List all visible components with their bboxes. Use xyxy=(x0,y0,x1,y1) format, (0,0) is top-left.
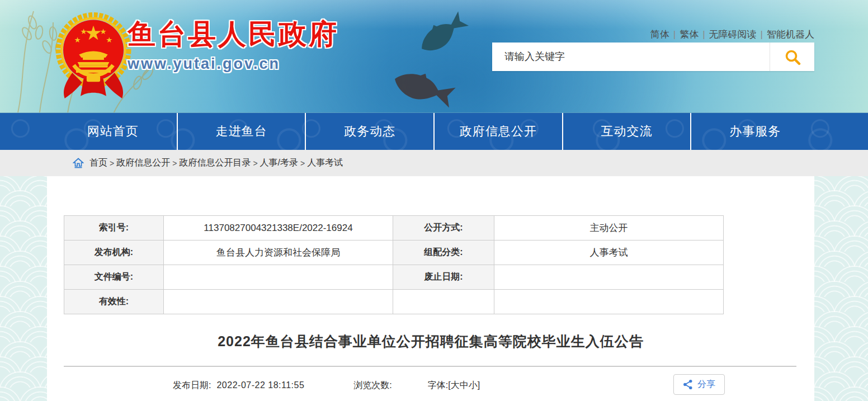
site-title: 鱼台县人民政府 xyxy=(128,19,339,50)
nav-item-home[interactable]: 网站首页 xyxy=(49,113,177,150)
nav-item-label: 政务动态 xyxy=(344,123,395,140)
table-row: 文件编号: 废止日期: xyxy=(64,265,724,290)
link-separator: | xyxy=(699,29,709,40)
disclosure-method-label: 公开方式: xyxy=(393,216,494,240)
link-separator: | xyxy=(757,29,767,40)
nav-item-government-news[interactable]: 政务动态 xyxy=(305,113,433,150)
link-simplified-chinese[interactable]: 简体 xyxy=(650,29,669,40)
search-input[interactable] xyxy=(492,43,770,71)
svg-text:★: ★ xyxy=(80,27,87,36)
utility-links: 简体|繁体|无障碍阅读|智能机器人 xyxy=(650,28,814,41)
page-title: 2022年鱼台县结合事业单位公开招聘征集高等院校毕业生入伍公告 xyxy=(47,332,814,351)
font-size-large-button[interactable]: 大 xyxy=(451,380,460,391)
index-number-label: 索引号: xyxy=(64,216,164,240)
breadcrumb-separator: > xyxy=(298,159,307,168)
table-row: 索引号: 11370827004321338E/2022-16924 公开方式:… xyxy=(64,216,724,240)
search-button[interactable] xyxy=(770,43,814,71)
article-meta-row: 发布日期: 2022-07-22 18:11:55 浏览次数: 字体: [ 大 … xyxy=(47,374,814,397)
link-smart-robot[interactable]: 智能机器人 xyxy=(767,29,814,40)
link-traditional-chinese[interactable]: 繁体 xyxy=(680,29,699,40)
view-count-label: 浏览次数: xyxy=(353,380,391,391)
font-size-bracket: ] xyxy=(478,380,480,390)
font-size-small-button[interactable]: 小 xyxy=(469,380,478,391)
document-number-label: 文件编号: xyxy=(64,265,164,290)
svg-text:★: ★ xyxy=(74,36,81,44)
share-button[interactable]: 分享 xyxy=(673,374,725,395)
svg-text:★: ★ xyxy=(100,27,106,36)
index-number-value: 11370827004321338E/2022-16924 xyxy=(164,216,393,240)
document-meta-table: 索引号: 11370827004321338E/2022-16924 公开方式:… xyxy=(64,215,724,314)
nav-item-label: 互动交流 xyxy=(601,123,653,140)
category-label: 组配分类: xyxy=(393,240,494,265)
breadcrumb-personnel[interactable]: 人事/考录 xyxy=(260,157,298,169)
nav-item-label: 政府信息公开 xyxy=(460,123,537,140)
validity-label: 有效性: xyxy=(64,290,164,314)
breadcrumb-personnel-exam[interactable]: 人事考试 xyxy=(307,157,343,169)
search-bar xyxy=(492,43,814,71)
publish-date-value: 2022-07-22 18:11:55 xyxy=(216,380,304,390)
document-number-value xyxy=(164,265,393,290)
issuing-agency-value: 鱼台县人力资源和社会保障局 xyxy=(164,240,393,265)
page: ★ ★ ★ ★ ★ 鱼台县人民政府 www.yutai.gov.cn xyxy=(0,0,868,401)
wave-pattern-right xyxy=(814,176,868,401)
breadcrumb-disclosure-catalog[interactable]: 政府信息公开目录 xyxy=(179,157,251,169)
font-size-label: 字体: xyxy=(428,380,448,391)
link-separator: | xyxy=(669,29,680,40)
main-navigation: 网站首页 走进鱼台 政务动态 政府信息公开 互动交流 办事服务 xyxy=(0,113,868,150)
svg-text:★: ★ xyxy=(106,36,112,44)
empty-cell xyxy=(494,290,724,314)
share-label: 分享 xyxy=(697,379,715,390)
publish-date-label: 发布日期: xyxy=(173,380,211,391)
table-row: 有效性: xyxy=(64,290,724,314)
link-accessibility[interactable]: 无障碍阅读 xyxy=(709,29,757,40)
nav-item-label: 网站首页 xyxy=(87,123,139,140)
share-icon xyxy=(683,379,693,390)
breadcrumb-separator: > xyxy=(170,159,179,168)
title-divider xyxy=(64,366,796,367)
breadcrumb-info-disclosure[interactable]: 政府信息公开 xyxy=(116,157,170,169)
font-size-medium-button[interactable]: 中 xyxy=(460,380,469,391)
home-icon[interactable] xyxy=(73,158,84,168)
table-row: 发布机构: 鱼台县人力资源和社会保障局 组配分类: 人事考试 xyxy=(64,240,724,265)
nav-item-interaction[interactable]: 互动交流 xyxy=(562,113,691,150)
search-icon xyxy=(784,49,801,65)
nav-item-services[interactable]: 办事服务 xyxy=(690,113,819,150)
wave-pattern-left xyxy=(0,176,47,401)
nav-item-label: 办事服务 xyxy=(729,123,781,140)
fish-silhouette-icon xyxy=(388,64,460,113)
abolition-date-label: 废止日期: xyxy=(393,265,494,290)
nav-item-about-yutai[interactable]: 走进鱼台 xyxy=(177,113,305,150)
breadcrumb-home[interactable]: 首页 xyxy=(89,157,107,169)
empty-cell xyxy=(393,290,494,314)
article-content: 索引号: 11370827004321338E/2022-16924 公开方式:… xyxy=(47,176,814,401)
breadcrumb: 首页 > 政府信息公开 > 政府信息公开目录 > 人事/考录 > 人事考试 xyxy=(0,150,868,176)
issuing-agency-label: 发布机构: xyxy=(64,240,164,265)
site-identity[interactable]: 鱼台县人民政府 www.yutai.gov.cn xyxy=(128,19,339,73)
breadcrumb-separator: > xyxy=(251,159,260,168)
abolition-date-value xyxy=(494,265,724,290)
main-area: 索引号: 11370827004321338E/2022-16924 公开方式:… xyxy=(0,176,868,401)
nav-item-label: 走进鱼台 xyxy=(216,123,267,140)
site-banner: ★ ★ ★ ★ ★ 鱼台县人民政府 www.yutai.gov.cn xyxy=(0,0,868,113)
disclosure-method-value: 主动公开 xyxy=(494,216,724,240)
nav-item-info-disclosure[interactable]: 政府信息公开 xyxy=(433,113,562,150)
site-url: www.yutai.gov.cn xyxy=(128,55,339,73)
breadcrumb-separator: > xyxy=(107,159,116,168)
national-emblem-logo[interactable]: ★ ★ ★ ★ ★ xyxy=(55,12,132,103)
validity-value xyxy=(164,290,393,314)
fish-silhouette-icon xyxy=(413,7,473,61)
category-value: 人事考试 xyxy=(494,240,724,265)
